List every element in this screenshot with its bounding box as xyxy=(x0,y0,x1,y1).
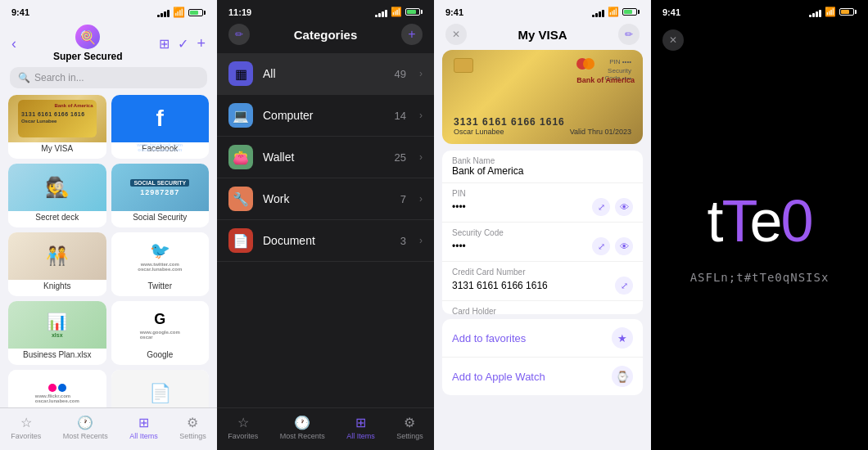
char-T-upper: T xyxy=(721,188,749,254)
thumb-google: G www.google.comoscar xyxy=(111,301,210,349)
close-button-3[interactable]: ✕ xyxy=(445,24,467,45)
grid-item-google[interactable]: G www.google.comoscar Google xyxy=(111,301,210,365)
security-expand-btn[interactable]: ⤢ xyxy=(592,237,610,255)
pin-expand-btn[interactable]: ⤢ xyxy=(592,198,610,216)
wifi-icon-2: 📶 xyxy=(391,7,402,17)
bottom-tabs-1: ☆ Favorites 🕐 Most Recents ⊞ All Items ⚙… xyxy=(0,407,217,450)
wifi-icon-3: 📶 xyxy=(608,7,619,17)
cat-icon-work: 🔧 xyxy=(228,187,253,211)
edit-button-3[interactable]: ✏ xyxy=(618,24,640,45)
cat-icon-computer: 💻 xyxy=(228,103,253,128)
close-button-4[interactable]: ✕ xyxy=(662,29,684,51)
tab-recents-2[interactable]: 🕐 Most Recents xyxy=(280,415,325,440)
field-cardholder: Card Holder Oscar Lunabee xyxy=(442,301,643,314)
cat-count-computer: 14 xyxy=(395,110,406,122)
status-bar-2: 11:19 📶 xyxy=(217,0,434,20)
search-bar-1[interactable]: 🔍 Search in... xyxy=(10,67,207,88)
grid-item-secret[interactable]: 🕵️ Secret deck xyxy=(8,164,106,227)
grid-item-flickr[interactable]: www.flickr.comoscar.lunabee.com Flickr xyxy=(8,370,106,407)
cat-name-wallet: Wallet xyxy=(263,151,385,164)
field-pin: PIN •••• ⤢ 👁 xyxy=(442,183,643,223)
category-item-work[interactable]: 🔧 Work 7 › xyxy=(217,178,434,220)
label-cardnumber: Credit Card Number xyxy=(452,268,633,277)
tab-label-recents-1: Most Recents xyxy=(63,432,108,440)
tab-label-recents-2: Most Recents xyxy=(280,432,325,440)
char-e: e xyxy=(749,188,780,254)
tab-allitems-1[interactable]: ⊞ All Items xyxy=(129,415,158,440)
grid-item-visa[interactable]: Bank of America 3131 6161 6166 1616 Osca… xyxy=(8,95,106,159)
tab-label-favorites-1: Favorites xyxy=(11,432,41,440)
cat-name-work: Work xyxy=(263,192,391,205)
app-logo: 🍭 xyxy=(75,25,100,49)
thumb-visa: Bank of America 3131 6161 6166 1616 Osca… xyxy=(8,95,106,142)
tab-favorites-1[interactable]: ☆ Favorites xyxy=(11,415,41,440)
security-eye-btn[interactable]: 👁 xyxy=(615,237,633,255)
settings-icon-2: ⚙ xyxy=(404,415,415,430)
cat-count-all: 49 xyxy=(395,68,406,80)
allitems-icon-1: ⊞ xyxy=(138,415,149,430)
value-pin: •••• ⤢ 👁 xyxy=(452,198,633,216)
grid-item-excel[interactable]: 📊 xlsx Business Plan.xlsx xyxy=(8,301,106,365)
add-icon[interactable]: + xyxy=(197,35,206,52)
char-zero: 0 xyxy=(781,188,812,254)
category-item-wallet[interactable]: 👛 Wallet 25 › xyxy=(217,137,434,178)
favorites-icon-1: ☆ xyxy=(20,415,32,430)
add-watch-row[interactable]: Add to Apple Watch ⌚ xyxy=(442,358,643,395)
tab-allitems-2[interactable]: ⊞ All Items xyxy=(346,415,375,440)
bottom-tabs-2: ☆ Favorites 🕐 Most Recents ⊞ All Items ⚙… xyxy=(217,407,434,450)
tab-recents-1[interactable]: 🕐 Most Recents xyxy=(63,415,108,440)
status-bar-1: 9:41 📶 xyxy=(0,0,217,21)
cat-count-work: 7 xyxy=(400,193,406,205)
back-button-1[interactable]: ‹ xyxy=(11,35,16,52)
detail-section: Bank Name Bank of America PIN •••• ⤢ 👁 S… xyxy=(442,151,643,314)
cardnumber-expand-btn[interactable]: ⤢ xyxy=(615,277,633,295)
grid-item-knights[interactable]: 🧑‍🤝‍🧑 Knights xyxy=(8,232,106,296)
star-icon: ★ xyxy=(612,327,633,349)
status-icons-4: 📶 xyxy=(809,7,857,17)
pin-actions: ⤢ 👁 xyxy=(592,198,633,216)
add-favorites-row[interactable]: Add to favorites ★ xyxy=(442,319,643,358)
tab-settings-1[interactable]: ⚙ Settings xyxy=(179,415,206,440)
grid-item-facebook[interactable]: f www.facebook.comoscar.lunabee.com Face… xyxy=(111,95,210,159)
thumb-facebook: f www.facebook.comoscar.lunabee.com xyxy=(111,95,210,142)
edit-button-2[interactable]: ✏ xyxy=(228,24,250,45)
time-2: 11:19 xyxy=(228,7,251,17)
cat-name-document: Document xyxy=(263,234,391,247)
card-validthru-preview: Valid Thru 01/2023 xyxy=(570,128,631,136)
card-preview: PIN •••• SecurityCode •••• Bank of Ameri… xyxy=(442,50,643,144)
category-list: ▦ All 49 › 💻 Computer 14 › 👛 Wallet 25 ›… xyxy=(217,53,434,407)
category-item-document[interactable]: 📄 Document 3 › xyxy=(217,220,434,262)
time-3: 9:41 xyxy=(445,7,463,17)
thumb-bpdf: 📄 xyxy=(111,370,210,407)
grid-icon[interactable]: ⊞ xyxy=(159,36,170,52)
cat-icon-document: 📄 xyxy=(228,228,253,253)
nav-bar-1: ‹ 🍭 Super Secured ⊞ ✓ + xyxy=(0,21,217,67)
grid-item-bpdf[interactable]: 📄 Business Plan.txt xyxy=(111,370,210,407)
action-section: Add to favorites ★ Add to Apple Watch ⌚ xyxy=(442,319,643,395)
field-bankname: Bank Name Bank of America xyxy=(442,151,643,183)
thumb-knights: 🧑‍🤝‍🧑 xyxy=(8,232,106,280)
chevron-icon-all: › xyxy=(419,68,423,79)
add-favorites-label: Add to favorites xyxy=(452,332,605,344)
check-icon[interactable]: ✓ xyxy=(178,36,188,52)
value-security: •••• ⤢ 👁 xyxy=(452,237,633,255)
chevron-icon-computer: › xyxy=(419,110,423,121)
tab-settings-2[interactable]: ⚙ Settings xyxy=(396,415,423,440)
field-security: Security Code •••• ⤢ 👁 xyxy=(442,223,643,262)
grid-item-twitter[interactable]: 🐦 www.twitter.comoscar.lunabee.com Twitt… xyxy=(111,232,210,296)
categories-title: Categories xyxy=(294,28,358,42)
category-item-computer[interactable]: 💻 Computer 14 › xyxy=(217,95,434,137)
recents-icon-1: 🕐 xyxy=(77,415,93,430)
grid-item-social[interactable]: SOCIAL SECURITY 12987287 Social Security xyxy=(111,164,210,227)
passphrase-content: tTe0 ASFLn;t#tTe0qNSISx xyxy=(651,20,868,450)
add-watch-label: Add to Apple Watch xyxy=(452,371,605,383)
nav-bar-2: ✏ Categories + xyxy=(217,20,434,53)
label-cardholder: Card Holder xyxy=(452,307,633,314)
pin-eye-btn[interactable]: 👁 xyxy=(615,198,633,216)
category-item-all[interactable]: ▦ All 49 › xyxy=(217,53,434,95)
battery-icon-3 xyxy=(622,8,640,16)
add-button-2[interactable]: + xyxy=(401,24,423,45)
tab-favorites-2[interactable]: ☆ Favorites xyxy=(228,415,258,440)
security-actions: ⤢ 👁 xyxy=(592,237,633,255)
thumb-twitter: 🐦 www.twitter.comoscar.lunabee.com xyxy=(111,232,210,280)
